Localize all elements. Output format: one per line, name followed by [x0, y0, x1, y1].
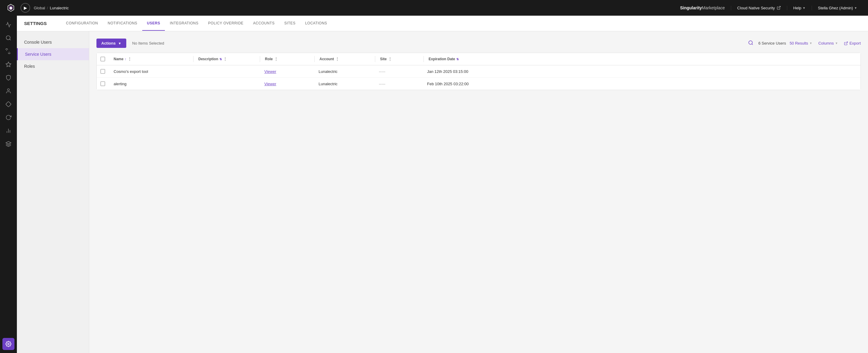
th-name-menu-icon[interactable]: ⋮	[127, 57, 132, 61]
th-role-label: Role	[265, 57, 273, 61]
service-users-count: 6 Service Users	[758, 41, 786, 45]
sidebar-item-signals[interactable]	[2, 45, 14, 57]
table-row: alerting Viewer Lunalectric -----	[97, 78, 861, 90]
actions-chevron-icon: ▼	[118, 41, 121, 45]
svg-point-10	[749, 41, 752, 44]
columns-button[interactable]: Columns ▼	[818, 41, 838, 45]
row2-name: alerting	[109, 82, 193, 86]
left-panel-service-users[interactable]: Service Users	[17, 48, 89, 60]
main-content: SETTINGS CONFIGURATION NOTIFICATIONS USE…	[17, 15, 868, 353]
settings-nav-sites[interactable]: SITES	[279, 16, 300, 31]
th-expiration-label: Expiration Date	[429, 57, 455, 61]
row2-checkbox[interactable]	[97, 81, 109, 86]
svg-marker-8	[6, 141, 11, 144]
th-account: Account ⋮	[315, 57, 375, 61]
svg-line-2	[10, 39, 11, 40]
settings-nav-configuration[interactable]: CONFIGURATION	[61, 16, 103, 31]
sidebar-item-search[interactable]	[2, 32, 14, 44]
sidebar-item-star[interactable]	[2, 58, 14, 70]
sidebar-item-layers[interactable]	[2, 138, 14, 150]
no-items-label: No Items Selected	[132, 41, 164, 45]
actions-label: Actions	[101, 41, 116, 45]
svg-point-4	[7, 89, 10, 91]
row1-role-link[interactable]: Viewer	[264, 69, 276, 74]
row1-checkbox[interactable]	[97, 69, 109, 74]
results-dropdown[interactable]: 50 Results ▼	[789, 41, 812, 45]
search-button[interactable]	[748, 40, 753, 47]
th-checkbox[interactable]	[97, 57, 109, 61]
table-row: Cosmo's export tool Viewer Lunalectric -…	[97, 65, 861, 78]
th-role: Role ⋮	[260, 57, 314, 61]
export-label: Export	[849, 41, 861, 45]
cns-label: Cloud Native Security	[737, 6, 775, 10]
results-chevron-icon: ▼	[809, 41, 812, 45]
sidebar-item-refresh[interactable]	[2, 111, 14, 124]
settings-nav-locations[interactable]: LOCATIONS	[300, 16, 332, 31]
right-panel: Actions ▼ No Items Selected 6 Service Us…	[89, 31, 868, 353]
sort-both-icon-2[interactable]: ⇅	[456, 58, 459, 61]
chevron-down-icon: ▼	[854, 6, 857, 10]
select-all-checkbox[interactable]	[100, 57, 105, 61]
marketplace-link[interactable]: SingularityMarketplace	[674, 5, 731, 10]
th-desc-menu-icon[interactable]: ⋮	[223, 57, 227, 61]
cloud-native-security-link[interactable]: Cloud Native Security	[731, 6, 787, 10]
export-button[interactable]: Export	[844, 41, 861, 45]
left-panel-console-users[interactable]: Console Users	[17, 36, 89, 48]
row2-site: -----	[374, 82, 422, 86]
settings-nav-accounts[interactable]: ACCOUNTS	[248, 16, 279, 31]
sidebar-item-chart[interactable]	[2, 125, 14, 137]
data-table: Name ↑ ⋮ Description ⇅ ⋮ Role	[96, 53, 861, 90]
row1-checkbox-input[interactable]	[100, 69, 105, 74]
svg-line-12	[846, 41, 847, 43]
actions-button[interactable]: Actions ▼	[96, 38, 126, 48]
left-panel-roles[interactable]: Roles	[17, 60, 89, 72]
svg-marker-3	[6, 62, 11, 67]
th-account-menu-icon[interactable]: ⋮	[335, 57, 339, 61]
content-area: Console Users Service Users Roles Action…	[17, 31, 868, 353]
play-button[interactable]: ▶	[21, 3, 30, 13]
sidebar-item-activity[interactable]	[2, 19, 14, 31]
row1-expiration: Jan 12th 2025 03:15:00	[422, 69, 861, 74]
sidebar-item-shield[interactable]	[2, 72, 14, 84]
th-site: Site ⋮	[375, 57, 424, 61]
sidebar	[0, 15, 17, 353]
th-role-menu-icon[interactable]: ⋮	[274, 57, 278, 61]
settings-nav-policy-override[interactable]: POLICY OVERRIDE	[204, 16, 248, 31]
user-menu[interactable]: Stella Ghez (Admin) ▼	[812, 6, 863, 10]
settings-title: SETTINGS	[24, 21, 47, 26]
row2-account: Lunalectric	[314, 82, 374, 86]
th-site-menu-icon[interactable]: ⋮	[388, 57, 392, 61]
columns-chevron-icon: ▼	[835, 41, 838, 45]
sort-both-icon[interactable]: ⇅	[219, 58, 222, 61]
sidebar-item-settings[interactable]	[2, 338, 14, 350]
svg-line-11	[752, 44, 753, 44]
row1-role: Viewer	[259, 69, 314, 74]
settings-nav: CONFIGURATION NOTIFICATIONS USERS INTEGR…	[61, 16, 332, 31]
row2-role: Viewer	[259, 82, 314, 86]
row2-checkbox-input[interactable]	[100, 81, 105, 86]
table-header: Name ↑ ⋮ Description ⇅ ⋮ Role	[97, 53, 861, 65]
th-description: Description ⇅ ⋮	[193, 57, 260, 61]
results-label: 50 Results	[789, 41, 808, 45]
sidebar-item-diamond[interactable]	[2, 98, 14, 110]
logo	[5, 2, 17, 14]
help-label: Help	[793, 6, 801, 10]
chevron-down-icon: ▼	[803, 6, 806, 10]
th-name-label: Name	[114, 57, 124, 61]
topnav: ▶ Global / Lunalectric SingularityMarket…	[0, 0, 868, 15]
settings-nav-notifications[interactable]: NOTIFICATIONS	[103, 16, 142, 31]
svg-point-9	[8, 343, 9, 345]
settings-nav-integrations[interactable]: INTEGRATIONS	[165, 16, 203, 31]
settings-header: SETTINGS CONFIGURATION NOTIFICATIONS USE…	[17, 15, 868, 31]
help-menu[interactable]: Help ▼	[787, 6, 812, 10]
th-expiration: Expiration Date ⇅	[424, 57, 861, 61]
row2-expiration: Feb 10th 2025 03:22:00	[422, 82, 861, 86]
sidebar-item-user[interactable]	[2, 85, 14, 97]
breadcrumb-current: Lunalectric	[50, 6, 69, 10]
row1-site: -----	[374, 69, 422, 74]
row2-role-link[interactable]: Viewer	[264, 82, 276, 86]
breadcrumb-separator: /	[47, 6, 48, 10]
th-account-label: Account	[319, 57, 334, 61]
sort-asc-icon[interactable]: ↑	[125, 57, 127, 61]
settings-nav-users[interactable]: USERS	[142, 16, 165, 31]
